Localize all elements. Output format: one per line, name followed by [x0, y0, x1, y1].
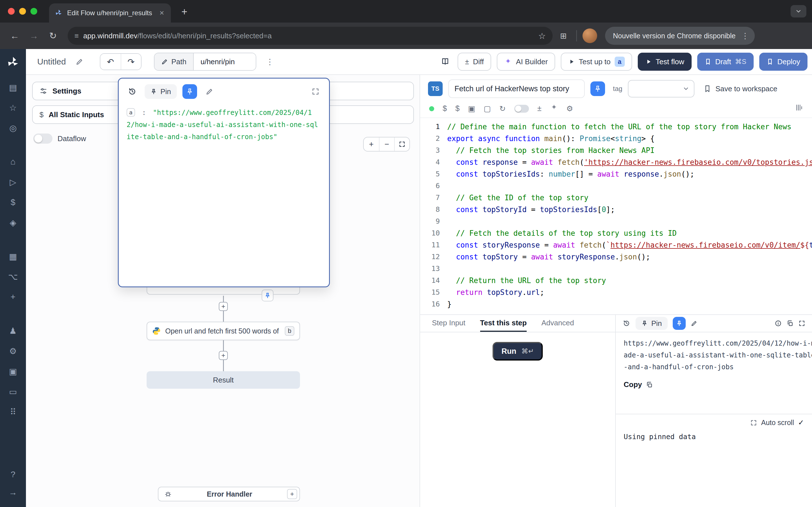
result-node[interactable]: Result [147, 371, 300, 389]
add-step-button-2[interactable]: + [219, 351, 228, 360]
step-a-pin-badge[interactable] [262, 290, 273, 301]
reload-button[interactable]: ↻ [45, 28, 61, 44]
sidebar-item-settings[interactable]: ⚙ [0, 341, 26, 361]
sidebar-item-schedules[interactable]: ▦ [0, 246, 26, 267]
flow-title[interactable]: Untitled [37, 57, 66, 66]
sidebar-item-user[interactable]: ♟ [0, 321, 26, 341]
sidebar-item-variables[interactable]: $ [0, 192, 26, 212]
sidebar-item-favorites[interactable]: ☆ [0, 98, 26, 118]
macos-close-button[interactable] [8, 8, 15, 15]
tab-close-icon[interactable]: × [157, 8, 166, 17]
add-resource-icon[interactable]: $ [455, 104, 460, 113]
code-line[interactable]: // Return the URL of the top story [447, 275, 812, 286]
sidebar-item-runs[interactable]: ▷ [0, 172, 26, 192]
code-line[interactable]: } [447, 298, 812, 310]
code-line[interactable]: // Get the ID of the top story [447, 192, 812, 204]
undo-button[interactable]: ↶ [100, 54, 121, 69]
add-variable-icon[interactable]: $ [443, 104, 447, 113]
code-line[interactable]: const topStoryId = topStoriesIds[0]; [447, 204, 812, 216]
more-options-icon[interactable]: ⋮ [263, 55, 276, 68]
edit-pin-icon[interactable] [203, 85, 216, 98]
tag-select[interactable] [628, 80, 695, 98]
package-icon[interactable]: ▣ [468, 104, 475, 113]
help-icon[interactable]: ? [0, 465, 26, 483]
sidebar-item-docs[interactable]: ▤ [0, 77, 26, 98]
add-step-button-1[interactable]: + [219, 302, 228, 311]
result-pin-active-button[interactable] [673, 317, 686, 330]
code-editor[interactable]: 12345678910111213141516 // Define the ma… [420, 118, 812, 315]
sidebar-item-resources[interactable]: ◈ [0, 212, 26, 233]
editor-toggle[interactable] [514, 105, 529, 113]
dataflow-toggle[interactable] [33, 133, 52, 144]
result-pin-pill-button[interactable]: Pin [636, 317, 668, 330]
new-tab-button[interactable]: + [177, 6, 191, 19]
reset-icon[interactable]: ↻ [499, 104, 506, 113]
sidebar-item-home[interactable]: ⌂ [0, 152, 26, 172]
expand-popup-icon[interactable] [309, 85, 322, 98]
diff-mode-icon[interactable]: ± [538, 104, 542, 113]
diff-button[interactable]: ±Diff [458, 53, 491, 71]
assignments-icon[interactable] [795, 104, 803, 114]
draft-button[interactable]: Draft⌘S [697, 53, 754, 71]
profile-avatar[interactable] [582, 29, 597, 43]
sidebar-item-flows[interactable]: ⌥ [0, 267, 26, 287]
forward-button[interactable]: → [26, 28, 42, 44]
deploy-button[interactable]: Deploy [759, 53, 808, 71]
tab-step-input[interactable]: Step Input [432, 315, 465, 332]
path-button[interactable]: Path [154, 53, 194, 70]
redo-button[interactable]: ↷ [121, 54, 141, 69]
code-line[interactable] [447, 180, 812, 192]
auto-scroll-label[interactable]: Auto scroll [761, 418, 794, 427]
code-line[interactable]: const response = await fetch('https://ha… [447, 156, 812, 168]
code-line[interactable]: // Fetch the top stories from Hacker New… [447, 145, 812, 156]
docs-book-icon[interactable] [439, 55, 452, 68]
code-line[interactable]: // Define the main function to fetch the… [447, 121, 812, 133]
sidebar-item-folders[interactable]: ▭ [0, 381, 26, 402]
code-line[interactable]: return topStory.url; [447, 286, 812, 298]
macos-minimize-button[interactable] [19, 8, 26, 15]
step-b-node[interactable]: Open url and fetch first 500 words of ..… [147, 322, 300, 340]
history-icon[interactable] [622, 320, 630, 327]
address-bar[interactable]: ≡ app.windmill.dev/flows/edit/u/henri/pi… [68, 27, 553, 45]
macos-zoom-button[interactable] [31, 8, 37, 15]
copy-button[interactable]: Copy [624, 380, 804, 389]
bookmark-star-icon[interactable]: ☆ [538, 31, 546, 41]
code-line[interactable]: const storyResponse = await fetch(`https… [447, 239, 812, 251]
run-button[interactable]: Run ⌘↵ [493, 342, 543, 360]
save-to-workspace-button[interactable]: Save to workspace [703, 84, 777, 93]
collapse-sidebar-icon[interactable]: → [0, 483, 26, 501]
edit-title-icon[interactable] [73, 55, 86, 68]
code-line[interactable]: // Fetch the details of the top story us… [447, 227, 812, 239]
sidebar-item-workers[interactable]: ▣ [0, 361, 26, 381]
zoom-out-button[interactable]: − [379, 137, 394, 151]
ai-assist-icon[interactable] [550, 104, 558, 114]
tab-advanced[interactable]: Advanced [541, 315, 574, 332]
step-summary-input[interactable] [448, 79, 585, 98]
edit-pin-icon[interactable] [691, 320, 698, 327]
tab-search-button[interactable] [791, 5, 806, 17]
pin-active-button[interactable] [183, 84, 197, 99]
path-value[interactable]: u/henri/pin [194, 53, 256, 70]
editor-settings-icon[interactable]: ⚙ [566, 104, 573, 113]
test-flow-button[interactable]: Test flow [638, 53, 692, 71]
tab-test-this-step[interactable]: Test this step [480, 315, 527, 332]
copy-result-icon[interactable] [786, 320, 794, 327]
add-error-handler-button[interactable]: + [287, 489, 297, 499]
info-icon[interactable] [775, 320, 781, 327]
error-handler-node[interactable]: Error Handler + [158, 487, 300, 501]
sidebar-item-create[interactable]: + [0, 287, 26, 307]
browser-menu-icon[interactable]: ⋮ [741, 31, 749, 41]
back-button[interactable]: ← [7, 28, 22, 44]
fit-view-button[interactable] [394, 137, 409, 151]
expand-result-icon[interactable] [799, 320, 805, 327]
step-pin-active-button[interactable] [591, 81, 605, 96]
fullscreen-icon[interactable] [750, 419, 757, 426]
code-content[interactable]: // Define the main function to fetch the… [447, 121, 812, 315]
code-line[interactable] [447, 216, 812, 227]
extensions-icon[interactable]: ⊞ [556, 31, 571, 41]
site-controls-icon[interactable]: ≡ [74, 32, 79, 40]
code-line[interactable] [447, 263, 812, 275]
code-line[interactable]: export async function main(): Promise<st… [447, 133, 812, 145]
pin-pill-button[interactable]: Pin [145, 84, 177, 99]
sidebar-item-search[interactable]: ◎ [0, 118, 26, 138]
